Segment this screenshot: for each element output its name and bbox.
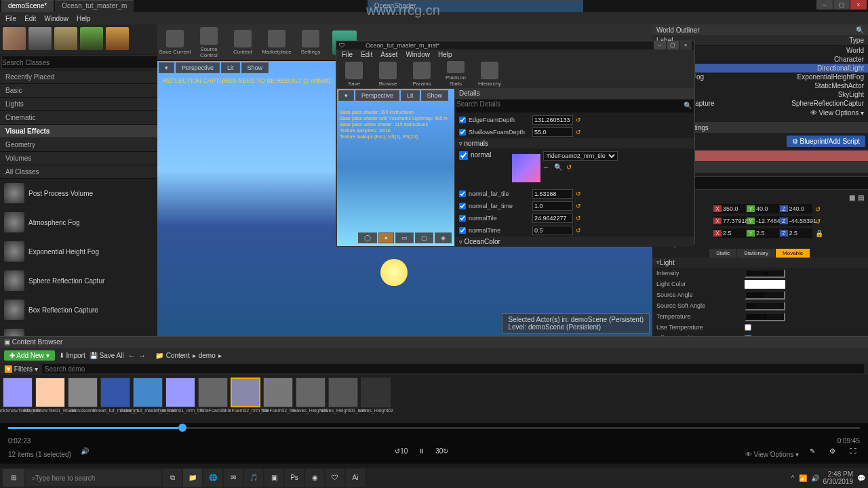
settings-button[interactable]: Settings — [294, 26, 327, 59]
cylinder-icon[interactable]: ◯ — [358, 232, 377, 243]
prop-input[interactable] — [745, 291, 785, 300]
reset-icon[interactable]: ↺ — [815, 218, 821, 225]
app-icon[interactable]: 🛡 — [326, 469, 344, 487]
mat-vp-show[interactable]: Show — [421, 90, 449, 101]
minimize-button[interactable]: – — [816, 0, 833, 9]
view-options-button[interactable]: 👁 View Options ▾ — [745, 451, 799, 458]
mat-browse-button[interactable]: Browse — [372, 61, 404, 87]
prop-input[interactable] — [745, 269, 785, 278]
blueprint-button[interactable]: ⚙ Blueprint/Add Script — [787, 136, 865, 147]
actor-item[interactable]: Sphere Reflection Captur — [0, 266, 157, 296]
app-icon[interactable]: ✉ — [224, 469, 243, 487]
reset-icon[interactable]: ↺ — [566, 163, 572, 171]
lock-icon[interactable]: 🔒 — [815, 230, 823, 237]
normals-section[interactable]: ▿ normals — [455, 138, 694, 148]
mat-save-button[interactable]: Save — [338, 61, 370, 87]
mat-search[interactable]: 🔍 — [456, 100, 693, 113]
add-new-button[interactable]: ✚ Add New ▾ — [4, 350, 55, 361]
mat-menu-edit[interactable]: Edit — [361, 51, 372, 58]
outliner-header[interactable]: World Outliner🔍 — [652, 24, 868, 35]
mat-max-button[interactable]: ▢ — [667, 41, 679, 49]
prop-input[interactable] — [745, 302, 785, 310]
cat-lights[interactable]: Lights — [0, 98, 157, 111]
cat-geometry[interactable]: Geometry — [0, 138, 157, 152]
tray-up-icon[interactable]: ^ — [791, 474, 795, 482]
path-seg[interactable]: Content — [166, 352, 190, 359]
source-control-button[interactable]: Source Control — [193, 26, 225, 59]
app-icon[interactable]: ◉ — [305, 469, 324, 487]
paint-mode-icon[interactable] — [28, 27, 52, 50]
search-classes-input[interactable] — [1, 56, 159, 69]
filters-button[interactable]: 🔽 Filters ▾ — [4, 365, 38, 373]
loc-z-input[interactable]: 240.0 — [780, 204, 812, 214]
scl-y-input[interactable]: 2.5 — [747, 228, 779, 238]
mat-menu-asset[interactable]: Asset — [380, 51, 397, 58]
asset-item[interactable]: TideFoam02_nrm_tile — [231, 378, 260, 419]
save-all-button[interactable]: 💾 Save All — [90, 352, 124, 359]
notifications-icon[interactable]: 💬 — [857, 474, 865, 482]
fullscreen-icon[interactable]: ⛶ — [846, 447, 860, 461]
menu-help[interactable]: Help — [77, 15, 91, 22]
import-button[interactable]: ⬇ Import — [59, 352, 85, 359]
reset-icon[interactable]: ↺ — [576, 117, 584, 123]
cube-icon[interactable]: ▢ — [415, 232, 433, 243]
cb-header[interactable]: ▣ Content Browser — [0, 337, 868, 348]
use-icon[interactable]: ← — [543, 163, 550, 171]
cat-recent[interactable]: Recently Placed — [0, 70, 157, 84]
param-checkbox[interactable] — [459, 227, 466, 234]
normal-checkbox[interactable] — [459, 151, 468, 160]
taskbar-search[interactable]: ○ Type here to search — [26, 470, 161, 486]
menu-edit[interactable]: Edit — [24, 15, 36, 22]
plane-icon[interactable]: ▭ — [395, 232, 414, 243]
asset-item[interactable]: BlankSnowTile01_RGBA — [35, 378, 65, 419]
asset-item[interactable]: waves_Height02 — [361, 378, 391, 419]
param-checkbox[interactable] — [459, 203, 466, 209]
search-icon[interactable]: 🔍 — [856, 26, 864, 34]
forward-icon[interactable]: 30↻ — [435, 447, 449, 461]
vp-show-button[interactable]: Show — [241, 62, 269, 73]
mat-stats-button[interactable]: Platform Stats — [439, 61, 472, 87]
prop-checkbox[interactable] — [745, 324, 751, 331]
texture-dropdown[interactable]: TideFoam02_nrm_tile — [543, 151, 618, 161]
mat-vp-dropdown[interactable]: ▾ — [338, 90, 354, 101]
menu-window[interactable]: Window — [44, 15, 68, 22]
asset-item[interactable]: waves_Height01_nrm — [328, 378, 358, 419]
param-input[interactable] — [532, 226, 573, 235]
reset-icon[interactable]: ↺ — [576, 203, 584, 209]
actor-item[interactable]: Exponential Height Fog — [0, 237, 157, 266]
param-input[interactable] — [532, 115, 573, 125]
path-seg[interactable]: demo — [199, 352, 216, 359]
mat-titlebar[interactable]: 🛡 Ocean_tut_master_m_inst* –▢× — [336, 41, 694, 49]
param-checkbox[interactable] — [459, 129, 466, 136]
reset-icon[interactable]: ↺ — [576, 129, 584, 136]
app-icon[interactable]: ▣ — [264, 469, 283, 487]
param-input[interactable] — [532, 127, 573, 137]
cat-all[interactable]: All Classes — [0, 165, 157, 179]
reset-icon[interactable]: ↺ — [576, 190, 584, 197]
cat-basic[interactable]: Basic — [0, 84, 157, 98]
tab-scene[interactable]: demoScene* — [1, 0, 54, 12]
rot-x-input[interactable]: 77.379180 — [713, 216, 746, 226]
marketplace-button[interactable]: Marketplace — [260, 26, 293, 59]
scl-x-input[interactable]: 2.5 — [713, 228, 746, 238]
rewind-icon[interactable]: ↺10 — [395, 447, 408, 461]
sun-gizmo-icon[interactable] — [380, 259, 408, 286]
browse-icon[interactable]: 🔍 — [554, 163, 562, 171]
asset-item[interactable]: TideFoam02_tile — [263, 378, 293, 419]
color-swatch[interactable] — [745, 280, 785, 289]
app-icon[interactable]: 🎵 — [244, 469, 263, 487]
mesh-icon[interactable]: ◈ — [435, 232, 452, 243]
vp-lit-button[interactable]: Lit — [221, 62, 240, 73]
task-view-icon[interactable]: ⧉ — [163, 469, 182, 487]
mat-menu-file[interactable]: File — [342, 51, 353, 58]
wifi-icon[interactable]: 📶 — [799, 474, 807, 482]
landscape-mode-icon[interactable] — [54, 27, 77, 50]
mat-menu-window[interactable]: Window — [406, 51, 430, 58]
forward-button[interactable]: → — [139, 352, 146, 359]
scrub-thumb[interactable] — [178, 424, 186, 432]
reset-icon[interactable]: ↺ — [815, 205, 821, 213]
sphere-icon[interactable]: ● — [378, 232, 394, 243]
texture-thumb[interactable] — [512, 154, 540, 182]
mat-vp-lit[interactable]: Lit — [401, 90, 420, 101]
mat-vp-perspective[interactable]: Perspective — [355, 90, 399, 101]
